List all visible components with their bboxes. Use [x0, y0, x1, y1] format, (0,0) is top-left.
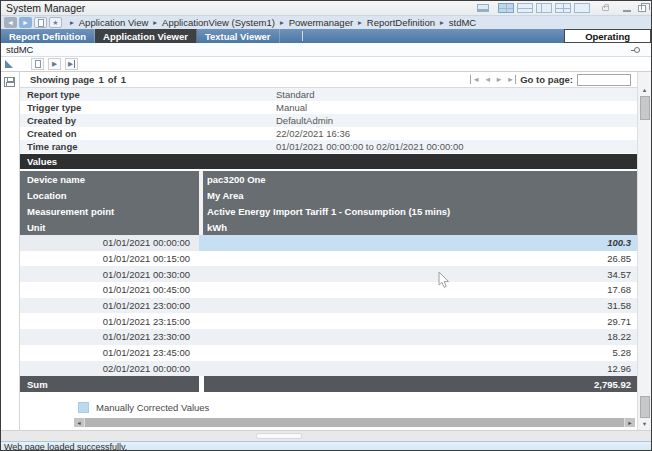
tab-bar: Report Definition Application Viewer Tex…: [1, 29, 651, 43]
vertical-scrollbar[interactable]: ▲ ▼: [637, 72, 651, 430]
value-cell: 34.57: [199, 266, 637, 282]
lock-icon[interactable]: [602, 6, 609, 11]
value-cell: 26.85: [199, 251, 637, 267]
status-bar: Web page loaded successfully.: [1, 441, 651, 451]
report-viewer: Showing page1of1 ◄ ◄ ► ► Go to page: Rep…: [1, 71, 651, 430]
device-row: UnitkWh: [20, 219, 637, 235]
goto-page-input[interactable]: [577, 74, 631, 86]
tab-report-definition[interactable]: Report Definition: [1, 29, 95, 43]
device-row: Device namepac3200 One: [20, 171, 637, 187]
save-icon[interactable]: [4, 77, 15, 87]
back-icon: ◄: [7, 19, 14, 26]
device-value: Active Energy Import Tariff 1 - Consumpt…: [203, 203, 637, 219]
tab-label: Application Viewer: [103, 31, 188, 42]
layout-split-top-icon[interactable]: [517, 3, 533, 13]
new-report-button[interactable]: [31, 58, 44, 70]
document-tab-bar: stdMC: [1, 43, 651, 57]
splitter-grip[interactable]: [256, 433, 302, 439]
table-row[interactable]: 01/01/2021 00:15:0026.85: [20, 251, 637, 267]
breadcrumb-item[interactable]: Powermanager: [289, 17, 353, 28]
device-row: Measurement pointActive Energy Import Ta…: [20, 203, 637, 219]
device-label: Device name: [20, 171, 199, 187]
breadcrumb-item[interactable]: Application View: [79, 17, 149, 28]
tab-application-viewer[interactable]: Application Viewer: [95, 29, 197, 43]
device-value: My Area: [203, 187, 637, 203]
tab-textual-viewer[interactable]: Textual Viewer: [197, 29, 280, 43]
layout-quad-icon[interactable]: [555, 3, 571, 13]
export-report-button[interactable]: ▶: [65, 58, 78, 70]
meta-row: Time range01/01/2021 00:00:00 to 02/01/2…: [20, 140, 637, 153]
layout-single-icon[interactable]: [574, 3, 590, 13]
breadcrumb-item[interactable]: ApplicationView (System1): [162, 17, 275, 28]
meta-value: Manual: [276, 102, 307, 113]
meta-label: Report type: [20, 89, 276, 100]
layout-split-left-icon[interactable]: [536, 3, 552, 13]
table-row[interactable]: 01/01/2021 00:30:0034.57: [20, 266, 637, 282]
meta-label: Time range: [20, 141, 276, 152]
legend-label: Manually Corrected Values: [96, 402, 209, 413]
pin-icon[interactable]: [634, 47, 640, 53]
first-page-button[interactable]: ◄: [470, 75, 479, 84]
prev-page-button[interactable]: ◄: [484, 75, 491, 84]
play-icon: ▶: [52, 60, 57, 68]
device-value: kWh: [203, 219, 637, 235]
meta-value: 01/01/2021 00:00:00 to 02/01/2021 00:00:…: [276, 141, 464, 152]
favorites-button[interactable]: ★: [49, 17, 62, 28]
vertical-scroll-thumb[interactable]: [640, 96, 650, 120]
showing-label: Showing page: [30, 74, 94, 85]
dock-corner-icon[interactable]: [5, 60, 13, 68]
forward-button[interactable]: ►: [19, 17, 32, 28]
screen-fit-icon[interactable]: [477, 4, 489, 12]
timestamp-cell: 01/01/2021 00:00:00: [20, 235, 199, 251]
meta-row: Report typeStandard: [20, 88, 637, 101]
table-row[interactable]: 01/01/2021 23:45:005.28: [20, 345, 637, 361]
timestamp-cell: 01/01/2021 00:15:00: [20, 251, 199, 267]
page-icon: [35, 60, 41, 68]
breadcrumb-separator-icon: ▸: [440, 18, 444, 27]
restore-button[interactable]: [638, 5, 646, 12]
minimize-button[interactable]: [623, 5, 631, 12]
doc-tab-stdmc[interactable]: stdMC: [6, 44, 33, 55]
table-row[interactable]: 01/01/2021 00:45:0017.68: [20, 282, 637, 298]
next-page-button[interactable]: ►: [495, 75, 502, 84]
sum-label: Sum: [20, 376, 199, 392]
table-row[interactable]: 01/01/2021 23:00:0031.58: [20, 298, 637, 314]
meta-value: 22/02/2021 16:36: [276, 128, 350, 139]
scroll-left-icon[interactable]: ◄: [74, 418, 84, 427]
value-cell: 29.71: [199, 313, 637, 329]
table-row[interactable]: 01/01/2021 00:00:00100.3: [20, 235, 637, 251]
horizontal-scrollbar[interactable]: ◄ ►: [74, 418, 635, 427]
table-row[interactable]: 02/01/2021 00:00:0012.96: [20, 361, 637, 377]
scroll-up-icon[interactable]: ▲: [642, 85, 647, 95]
goto-page-label: Go to page:: [520, 74, 573, 85]
layout-grid-icon[interactable]: [498, 3, 514, 13]
operating-button[interactable]: Operating: [564, 29, 651, 43]
of-label: of: [108, 74, 117, 85]
breadcrumb-item[interactable]: ReportDefinition: [367, 17, 435, 28]
meta-label: Created on: [20, 128, 276, 139]
timestamp-cell: 01/01/2021 00:30:00: [20, 266, 199, 282]
window-title: System Manager: [6, 2, 85, 14]
scroll-right-icon[interactable]: ►: [625, 418, 635, 427]
tab-divider: [302, 31, 303, 41]
table-row[interactable]: 01/01/2021 23:15:0029.71: [20, 313, 637, 329]
value-cell: 5.28: [199, 345, 637, 361]
breadcrumb-separator-icon: ▸: [358, 18, 362, 27]
back-button[interactable]: ◄: [4, 17, 17, 28]
last-page-button[interactable]: ►: [507, 75, 516, 84]
history-button[interactable]: [34, 17, 47, 28]
timestamp-cell: 01/01/2021 23:30:00: [20, 329, 199, 345]
legend-swatch: [78, 402, 89, 413]
value-cell: 18.22: [199, 329, 637, 345]
pager-bar: Showing page1of1 ◄ ◄ ► ► Go to page:: [20, 72, 637, 88]
timestamp-cell: 02/01/2021 00:00:00: [20, 361, 199, 377]
horizontal-scroll-thumb[interactable]: [84, 418, 625, 427]
table-row[interactable]: 01/01/2021 23:30:0018.22: [20, 329, 637, 345]
breadcrumb-item[interactable]: stdMC: [449, 17, 476, 28]
timestamp-cell: 01/01/2021 23:15:00: [20, 313, 199, 329]
timestamp-cell: 01/01/2021 23:00:00: [20, 298, 199, 314]
scroll-down-icon[interactable]: ▼: [642, 419, 647, 429]
run-report-button[interactable]: ▶: [48, 58, 61, 70]
value-cell: 100.3: [199, 235, 637, 251]
scroll-down-button[interactable]: [640, 396, 650, 418]
